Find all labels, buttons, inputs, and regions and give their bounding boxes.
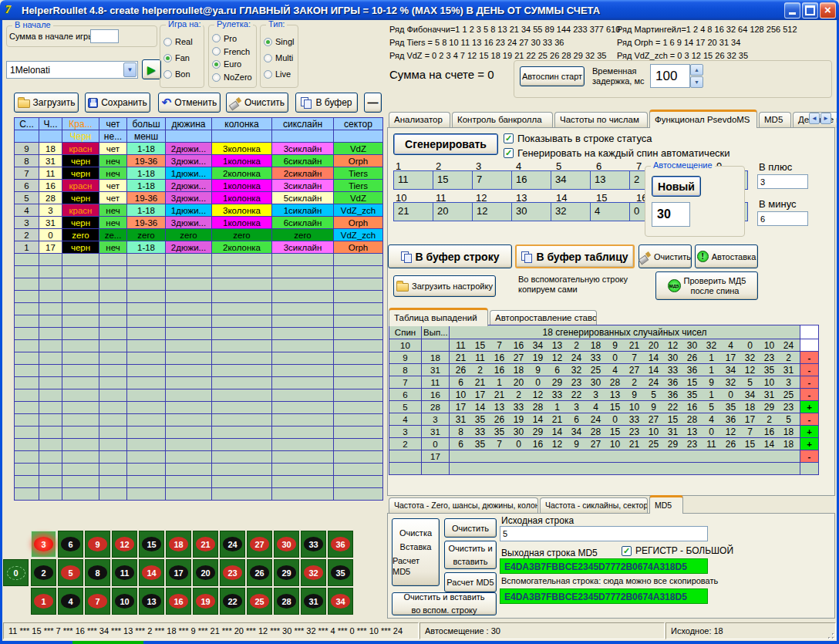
clear-button[interactable]: Очистить xyxy=(226,93,288,113)
save-button[interactable]: Сохранить xyxy=(85,93,150,113)
minimize-button[interactable] xyxy=(784,2,800,19)
board-cell-15[interactable]: 15 xyxy=(139,531,164,558)
board-cell-36[interactable]: 36 xyxy=(328,531,353,558)
board-cell-1[interactable]: 1 xyxy=(31,588,56,615)
md5-clear-insert-button[interactable]: Очистить ивставить xyxy=(444,541,497,569)
md5-clear-insert-aux-button[interactable]: Очистить и вставитьво вспом. строку xyxy=(392,592,497,615)
tab-results-2[interactable]: Автопроставление ставок xyxy=(490,310,597,326)
board-cell-8[interactable]: 8 xyxy=(85,559,110,586)
radio-option-nozero[interactable]: NoZero xyxy=(212,72,256,82)
tab-scroll-left-icon[interactable]: ◄ xyxy=(809,113,820,124)
check-md5-button[interactable]: Проверить МД5после спина xyxy=(655,271,758,300)
radio-option-fan[interactable]: Fan xyxy=(163,53,204,62)
board-cell-9[interactable]: 9 xyxy=(85,531,110,558)
board-cell-33[interactable]: 33 xyxy=(301,531,326,558)
num: 18 xyxy=(779,427,798,437)
md5-source-input[interactable] xyxy=(500,526,708,541)
board-cell-26[interactable]: 26 xyxy=(247,559,272,586)
board-cell-30[interactable]: 30 xyxy=(274,531,299,558)
board-cell-3[interactable]: 3 xyxy=(31,531,56,558)
delay-spinner-value[interactable]: 100 xyxy=(650,64,690,88)
collapse-button[interactable]: — xyxy=(364,93,382,113)
board-cell-21[interactable]: 21 xyxy=(193,531,218,558)
tab-main-1[interactable]: Анализатор xyxy=(389,112,450,128)
load-settings-button[interactable]: Загрузить настройку xyxy=(393,275,496,297)
maximize-button[interactable] xyxy=(802,2,818,19)
board-cell-11[interactable]: 11 xyxy=(112,559,137,586)
undo-button[interactable]: Отменить xyxy=(158,93,221,113)
radio-option-singl[interactable]: Singl xyxy=(264,37,298,46)
board-cell-13[interactable]: 13 xyxy=(139,588,164,615)
generate-each-spin-checkbox[interactable]: Генерировать на каждый спин автоматическ… xyxy=(504,147,730,159)
spinner-up-icon[interactable]: ▲ xyxy=(690,64,703,76)
profile-combobox[interactable]: 1Melonati ▼ xyxy=(6,61,138,79)
tab-main-2[interactable]: Контроль банкролла xyxy=(452,112,553,128)
autospin-start-button[interactable]: Автоспин старт xyxy=(520,66,585,86)
board-cell-32[interactable]: 32 xyxy=(301,559,326,586)
md5-big-button[interactable]: ОчисткаВставкаРасчет MD5 xyxy=(392,518,440,586)
chevron-down-icon[interactable]: ▼ xyxy=(123,62,136,77)
buffer-line-button[interactable]: В буфер строку xyxy=(388,244,512,268)
tab-main-4[interactable]: Функционал PsevdoMS xyxy=(649,110,757,128)
show-status-checkbox[interactable]: Показывать в строке статуса xyxy=(504,133,652,144)
board-cell-31[interactable]: 31 xyxy=(301,588,326,615)
board-cell-7[interactable]: 7 xyxy=(85,588,110,615)
radio-option-bon[interactable]: Bon xyxy=(163,69,204,79)
tab-freq-3[interactable]: MD5 xyxy=(649,495,683,514)
clear-generated-button[interactable]: Очистить xyxy=(639,244,692,268)
board-cell-18[interactable]: 18 xyxy=(166,531,191,558)
tab-main-5[interactable]: MD5 xyxy=(759,112,791,128)
board-cell-10[interactable]: 10 xyxy=(112,588,137,615)
board-cell-17[interactable]: 17 xyxy=(166,559,191,586)
radio-option-real[interactable]: Real xyxy=(163,37,204,46)
plus-input[interactable] xyxy=(757,174,808,189)
board-cell-4[interactable]: 4 xyxy=(58,588,83,615)
board-cell-zero[interactable]: 0 xyxy=(3,559,29,586)
board-cell-29[interactable]: 29 xyxy=(274,559,299,586)
board-cell-2[interactable]: 2 xyxy=(31,559,56,586)
to-buffer-button[interactable]: В буфер xyxy=(295,93,358,113)
tab-main-3[interactable]: Частоты по числам xyxy=(554,112,648,128)
load-button[interactable]: Загрузить xyxy=(14,93,79,113)
autoshift-value[interactable]: 30 xyxy=(652,202,690,227)
autobet-button[interactable]: Автоставка xyxy=(695,244,758,268)
start-sum-input[interactable] xyxy=(90,29,119,43)
board-cell-27[interactable]: 27 xyxy=(247,531,272,558)
board-cell-34[interactable]: 34 xyxy=(328,588,353,615)
titlebar[interactable]: HelperRoullet 4.8- create helperroullet@… xyxy=(0,0,839,20)
radio-option-live[interactable]: Live xyxy=(264,69,298,79)
radio-option-multi[interactable]: Multi xyxy=(264,53,298,62)
board-cell-24[interactable]: 24 xyxy=(220,531,245,558)
board-cell-23[interactable]: 23 xyxy=(220,559,245,586)
new-button[interactable]: Новый xyxy=(652,176,701,197)
tab-freq-1[interactable]: Частота - Zero, шансы, дюжины, колонки xyxy=(389,497,538,514)
md5-calc-button[interactable]: Расчет MD5 xyxy=(444,572,497,592)
md5-case-checkbox[interactable]: РЕГИСТР - БОЛЬШОЙ xyxy=(622,545,733,556)
radio-option-french[interactable]: French xyxy=(212,47,256,56)
radio-option-euro[interactable]: Euro xyxy=(212,59,256,69)
board-cell-16[interactable]: 16 xyxy=(166,588,191,615)
radio-option-pro[interactable]: Pro xyxy=(212,34,256,43)
tab-results-1[interactable]: Таблица выпадений xyxy=(389,308,488,326)
board-cell-25[interactable]: 25 xyxy=(247,588,272,615)
spinner-down-icon[interactable]: ▼ xyxy=(690,76,703,88)
board-cell-22[interactable]: 22 xyxy=(220,588,245,615)
board-cell-20[interactable]: 20 xyxy=(193,559,218,586)
board-cell-19[interactable]: 19 xyxy=(193,588,218,615)
play-button[interactable] xyxy=(142,59,161,79)
generate-button[interactable]: Сгенерировать xyxy=(393,133,498,155)
empty-cell xyxy=(127,427,166,439)
tab-freq-2[interactable]: Частота - сиклайны, сектора xyxy=(540,497,648,514)
board-cell-35[interactable]: 35 xyxy=(328,559,353,586)
board-cell-14[interactable]: 14 xyxy=(139,559,164,586)
board-cell-12[interactable]: 12 xyxy=(112,531,137,558)
buffer-table-button[interactable]: В буфер таблицу xyxy=(515,244,635,268)
board-cell-5[interactable]: 5 xyxy=(58,559,83,586)
md5-clear-button[interactable]: Очистить xyxy=(444,518,497,538)
resize-grip[interactable] xyxy=(826,631,836,641)
board-cell-6[interactable]: 6 xyxy=(58,531,83,558)
tab-scroll-right-icon[interactable]: ► xyxy=(820,113,831,124)
minus-input[interactable] xyxy=(757,211,808,226)
board-cell-28[interactable]: 28 xyxy=(274,588,299,615)
close-button[interactable] xyxy=(820,2,836,19)
